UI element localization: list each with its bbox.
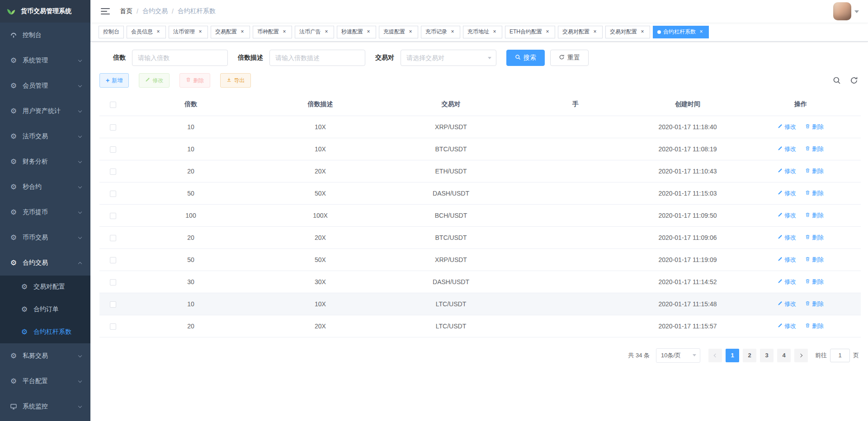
delete-button-bulk[interactable]: 删除: [179, 73, 210, 88]
close-icon[interactable]: ×: [407, 29, 414, 35]
tab-fiat-ad[interactable]: 法币广告×: [295, 26, 334, 38]
row-edit-button[interactable]: 修改: [778, 189, 796, 197]
row-delete-button[interactable]: 删除: [805, 123, 824, 131]
col-header-multiple: 倍数: [127, 93, 255, 116]
tab-second-config[interactable]: 秒速配置×: [337, 26, 376, 38]
close-icon[interactable]: ×: [155, 29, 161, 35]
tab-leverage-active[interactable]: 合约杠杆系数×: [653, 26, 709, 38]
chevron-right-icon: [799, 353, 802, 357]
tab-deposit-record[interactable]: 充币记录×: [421, 26, 460, 38]
select-all-checkbox[interactable]: [110, 102, 116, 108]
row-checkbox[interactable]: [110, 235, 116, 241]
tab-pair-config-2[interactable]: 交易对配置×: [605, 26, 650, 38]
page-button-1[interactable]: 1: [726, 349, 739, 362]
avatar[interactable]: [833, 2, 851, 20]
row-delete-button[interactable]: 删除: [805, 278, 824, 286]
row-edit-button[interactable]: 修改: [778, 234, 796, 242]
next-page-button[interactable]: [794, 349, 808, 362]
multiple-input[interactable]: [132, 50, 228, 66]
tab-member-info[interactable]: 会员信息×: [127, 26, 166, 38]
sidebar-item-pair-config[interactable]: ⚙ 交易对配置: [0, 276, 90, 298]
page-button-2[interactable]: 2: [743, 349, 756, 362]
search-toggle-icon[interactable]: [833, 76, 841, 84]
sidebar-item-coin-trade[interactable]: ⚙ 币币交易: [0, 225, 90, 250]
page-size-select[interactable]: 10条/页: [656, 348, 700, 363]
close-icon[interactable]: ×: [239, 29, 245, 35]
sidebar-item-finance-analysis[interactable]: ⚙ 财务分析: [0, 149, 90, 174]
close-icon[interactable]: ×: [365, 29, 372, 35]
row-edit-button[interactable]: 修改: [778, 256, 796, 264]
row-edit-button[interactable]: 修改: [778, 145, 796, 153]
sidebar-item-member-manage[interactable]: ⚙ 会员管理: [0, 73, 90, 98]
tab-pair-config-1[interactable]: 交易对配置×: [558, 26, 603, 38]
sidebar-item-private-trade[interactable]: ⚙ 私募交易: [0, 343, 90, 369]
sidebar-item-system-monitor[interactable]: 系统监控: [0, 394, 90, 419]
row-delete-button[interactable]: 删除: [805, 189, 824, 197]
close-icon[interactable]: ×: [281, 29, 288, 35]
sidebar-item-contract-orders[interactable]: ⚙ 合约订单: [0, 298, 90, 321]
row-delete-button[interactable]: 删除: [805, 211, 824, 220]
sidebar-item-user-assets[interactable]: ⚙ 用户资产统计: [0, 98, 90, 124]
tab-trade-config[interactable]: 交易配置×: [211, 26, 250, 38]
user-menu[interactable]: [833, 2, 859, 20]
sidebar-item-contract-trade[interactable]: ⚙ 合约交易: [0, 250, 90, 276]
sidebar-item-deposit-withdraw[interactable]: ⚙ 充币提币: [0, 200, 90, 225]
desc-input[interactable]: [269, 50, 365, 66]
row-delete-button[interactable]: 删除: [805, 256, 824, 264]
add-button[interactable]: + 新增: [99, 73, 129, 88]
search-button[interactable]: 搜索: [506, 50, 545, 66]
row-checkbox[interactable]: [110, 301, 116, 308]
breadcrumb-home[interactable]: 首页: [120, 7, 132, 15]
pair-select[interactable]: [401, 50, 496, 66]
close-icon[interactable]: ×: [698, 29, 704, 35]
row-edit-button[interactable]: 修改: [778, 300, 796, 308]
close-icon[interactable]: ×: [449, 29, 456, 35]
row-checkbox[interactable]: [110, 323, 116, 330]
sidebar-item-platform-config[interactable]: ⚙ 平台配置: [0, 369, 90, 394]
goto-page-input[interactable]: [830, 349, 850, 362]
export-button[interactable]: 导出: [220, 73, 251, 88]
row-checkbox[interactable]: [110, 279, 116, 285]
row-delete-button[interactable]: 删除: [805, 322, 824, 330]
close-icon[interactable]: ×: [491, 29, 498, 35]
cell-pair: BCH/USDT: [386, 204, 516, 226]
row-edit-button[interactable]: 修改: [778, 167, 796, 175]
prev-page-button[interactable]: [708, 349, 722, 362]
row-checkbox[interactable]: [110, 168, 116, 175]
tab-eth-contract-config[interactable]: ETH合约配置×: [505, 26, 555, 38]
row-edit-button[interactable]: 修改: [778, 278, 796, 286]
row-delete-button[interactable]: 删除: [805, 300, 824, 308]
tab-coin-config[interactable]: 币种配置×: [253, 26, 292, 38]
row-delete-button[interactable]: 删除: [805, 145, 824, 153]
hamburger-icon[interactable]: [97, 5, 113, 18]
tab-fiat-manage[interactable]: 法币管理×: [169, 26, 208, 38]
row-edit-button[interactable]: 修改: [778, 123, 796, 131]
refresh-table-icon[interactable]: [850, 76, 858, 84]
row-checkbox[interactable]: [110, 257, 116, 263]
sidebar-item-system-manage[interactable]: ⚙ 系统管理: [0, 48, 90, 73]
close-icon[interactable]: ×: [544, 29, 551, 35]
row-delete-button[interactable]: 删除: [805, 234, 824, 242]
row-edit-button[interactable]: 修改: [778, 322, 796, 330]
page-button-3[interactable]: 3: [760, 349, 774, 362]
close-icon[interactable]: ×: [197, 29, 203, 35]
edit-button-bulk[interactable]: 修改: [139, 73, 170, 88]
reset-button[interactable]: 重置: [550, 50, 589, 66]
sidebar-item-console[interactable]: 控制台: [0, 23, 90, 48]
close-icon[interactable]: ×: [639, 29, 646, 35]
row-checkbox[interactable]: [110, 191, 116, 197]
tab-console[interactable]: 控制台: [99, 26, 124, 38]
tab-deposit-address[interactable]: 充币地址×: [463, 26, 502, 38]
close-icon[interactable]: ×: [592, 29, 598, 35]
page-button-4[interactable]: 4: [777, 349, 791, 362]
tab-deposit-withdraw-config[interactable]: 充提配置×: [379, 26, 418, 38]
sidebar-item-second-contract[interactable]: ⚙ 秒合约: [0, 174, 90, 200]
row-checkbox[interactable]: [110, 213, 116, 219]
close-icon[interactable]: ×: [323, 29, 330, 35]
row-checkbox[interactable]: [110, 146, 116, 153]
sidebar-item-leverage[interactable]: ⚙ 合约杠杆系数: [0, 321, 90, 343]
row-delete-button[interactable]: 删除: [805, 167, 824, 175]
row-checkbox[interactable]: [110, 124, 116, 131]
sidebar-item-fiat-trade[interactable]: ⚙ 法币交易: [0, 124, 90, 149]
row-edit-button[interactable]: 修改: [778, 211, 796, 220]
